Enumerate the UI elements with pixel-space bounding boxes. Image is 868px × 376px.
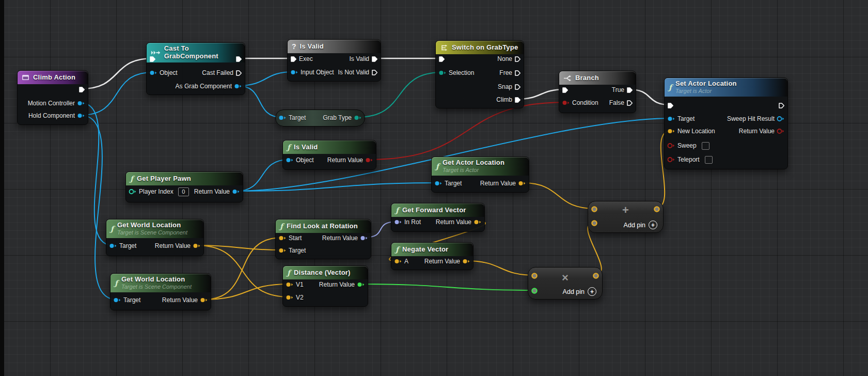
teleport-checkbox[interactable]	[705, 156, 713, 164]
pin-input-float[interactable]	[531, 287, 538, 295]
node-header[interactable]: ƒIs Valid	[283, 140, 376, 154]
vector-pin-icon[interactable]	[200, 297, 208, 303]
node-header[interactable]: Climb Action	[18, 71, 88, 84]
vector-pin-icon[interactable]	[193, 243, 201, 249]
pin-output-as-grab-component[interactable]: As Grab Component	[173, 82, 242, 90]
enum-pin-icon[interactable]	[438, 70, 447, 76]
exec-pin-icon[interactable]	[778, 102, 785, 109]
node-climb-action[interactable]: Climb Action Motion Controller Hold Comp…	[17, 70, 88, 125]
bool-pin-icon[interactable]	[667, 143, 675, 149]
pin-output-return-value[interactable]: Return Value	[478, 179, 526, 187]
vector-pin-icon[interactable]	[278, 247, 287, 254]
pin-output-is-not-valid[interactable]: Is Not Valid	[336, 68, 378, 76]
vector-pin-icon[interactable]	[653, 206, 660, 213]
pin-input-exec[interactable]	[438, 55, 445, 63]
node-get-world-location-1[interactable]: ƒGet World LocationTarget is Scene Compo…	[106, 219, 204, 256]
vector-pin-icon[interactable]	[667, 128, 675, 134]
node-get-actor-location[interactable]: ƒGet Actor LocationTarget is Actor Targe…	[431, 156, 529, 193]
exec-pin-icon[interactable]	[290, 56, 297, 62]
pin-input-vector[interactable]	[531, 272, 538, 280]
node-header[interactable]: Branch	[559, 71, 636, 85]
wire-float[interactable]	[360, 284, 535, 290]
node-get-forward-vector[interactable]: ƒGet Forward Vector In RotReturn Value	[391, 203, 485, 232]
pin-input-vector[interactable]	[591, 205, 598, 213]
pin-input-v1[interactable]: V1	[286, 280, 306, 289]
pin-input-target[interactable]: Target	[278, 246, 308, 255]
object-pin-icon[interactable]	[777, 116, 785, 122]
pin-input-exec[interactable]	[149, 55, 156, 63]
pin-input-object[interactable]: Object	[286, 156, 316, 164]
pin-output-return-value[interactable]: Return Value	[320, 234, 368, 242]
pin-output-return-value[interactable]: Return Value	[737, 127, 785, 135]
node-header[interactable]: ƒGet Forward Vector	[391, 203, 484, 217]
node-header[interactable]: ƒFind Look at Rotation	[276, 220, 371, 233]
rotator-pin-icon[interactable]	[360, 235, 368, 241]
exec-pin-icon[interactable]	[626, 100, 633, 106]
wire-vector[interactable]	[466, 261, 535, 275]
object-pin-icon[interactable]	[234, 83, 242, 89]
pin-output-hold-component[interactable]: Hold Component	[26, 112, 85, 120]
vector-pin-icon[interactable]	[286, 281, 294, 288]
pin-input-target[interactable]: Target	[434, 179, 464, 187]
pin-output-sweep-hit-result[interactable]: Sweep Hit Result	[725, 115, 785, 123]
node-multiply-node[interactable]: ×Add pin+	[528, 267, 603, 300]
exec-pin-icon[interactable]	[626, 87, 633, 93]
pin-output-exec[interactable]	[235, 55, 242, 63]
exec-pin-icon[interactable]	[371, 56, 378, 62]
exec-pin-icon[interactable]	[78, 86, 85, 93]
node-get-world-location-2[interactable]: ƒGet World LocationTarget is Scene Compo…	[110, 273, 211, 310]
node-header[interactable]: ƒGet World LocationTarget is Scene Compo…	[111, 274, 211, 292]
object-pin-icon[interactable]	[286, 157, 294, 163]
pin-input-target[interactable]: Target	[278, 114, 308, 122]
pin-input-teleport[interactable]: Teleport	[667, 155, 713, 164]
vector-pin-icon[interactable]	[462, 258, 470, 264]
pin-input-target[interactable]: Target	[113, 296, 143, 304]
pin-input-vector[interactable]	[591, 219, 598, 227]
object-pin-icon[interactable]	[109, 243, 117, 249]
pin-input-v2[interactable]: V2	[286, 293, 306, 302]
exec-pin-icon[interactable]	[149, 56, 156, 62]
add-pin-button[interactable]: Add pin+	[624, 221, 657, 229]
exec-pin-icon[interactable]	[667, 102, 674, 109]
object-pin-icon[interactable]	[113, 297, 121, 303]
pin-output-true[interactable]: True	[610, 86, 633, 94]
pin-input-target[interactable]: Target	[109, 242, 138, 250]
node-header[interactable]: ƒGet Actor LocationTarget is Actor	[432, 157, 529, 176]
pin-input-selection[interactable]: Selection	[438, 69, 476, 77]
pin-input-start[interactable]: Start	[278, 234, 304, 242]
pin-input-exec[interactable]: Exec	[290, 55, 315, 63]
pin-input-target[interactable]: Target	[667, 115, 697, 123]
int-pin-icon[interactable]	[129, 189, 137, 195]
pin-output-return-value[interactable]: Return Value	[160, 296, 208, 304]
pin-input-object[interactable]: Object	[149, 69, 180, 77]
pin-output-exec[interactable]	[778, 101, 785, 109]
circle-plus-icon[interactable]: +	[649, 221, 657, 229]
vector-pin-icon[interactable]	[286, 294, 294, 301]
exec-pin-icon[interactable]	[235, 70, 242, 76]
pin-output-return-value[interactable]: Return Value	[325, 156, 373, 164]
pin-output-grab-type[interactable]: Grab Type	[321, 114, 362, 122]
bool-pin-icon[interactable]	[667, 156, 675, 163]
object-pin-icon[interactable]	[232, 189, 240, 195]
pin-output-return-value[interactable]: Return Value	[434, 218, 482, 226]
pin-output-vector[interactable]	[592, 272, 599, 280]
enum-pin-icon[interactable]	[354, 115, 362, 121]
pin-input-in-rot[interactable]: In Rot	[394, 218, 423, 226]
pin-output-return-value[interactable]: Return Value	[317, 280, 365, 289]
circle-plus-icon[interactable]: +	[588, 287, 596, 296]
pin-input-new-location[interactable]: New Location	[667, 127, 717, 135]
wire-bool[interactable]	[369, 102, 565, 160]
node-header[interactable]: Switch on GrabType	[436, 41, 524, 54]
wire-vector[interactable]	[203, 284, 289, 300]
pin-input-sweep[interactable]: Sweep	[667, 142, 709, 150]
pin-output-motion-controller[interactable]: Motion Controller	[26, 99, 85, 107]
rotator-pin-icon[interactable]	[394, 219, 402, 225]
bool-pin-icon[interactable]	[777, 128, 785, 134]
pin-output-cast-failed[interactable]: Cast Failed	[200, 69, 242, 77]
vector-pin-icon[interactable]	[591, 220, 598, 227]
node-header[interactable]: ?Is Valid	[288, 40, 381, 53]
blueprint-graph-canvas[interactable]: Climb Action Motion Controller Hold Comp…	[0, 0, 868, 376]
exec-pin-icon[interactable]	[514, 84, 521, 90]
wire-vector[interactable]	[203, 238, 282, 300]
wire-object[interactable]	[235, 160, 289, 191]
